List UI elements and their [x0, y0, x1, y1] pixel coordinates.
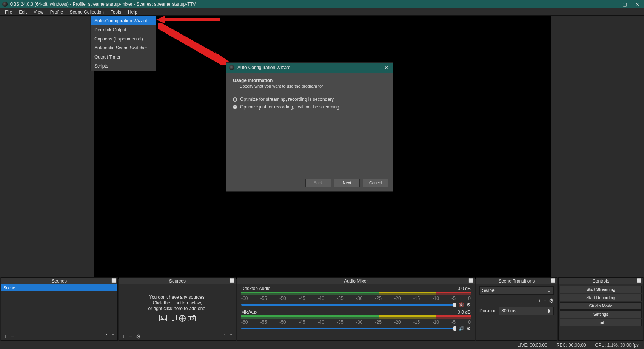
menu-tools[interactable]: Tools: [107, 8, 125, 15]
move-scene-up-button[interactable]: ˄: [105, 334, 109, 340]
popout-icon[interactable]: ⬜: [468, 278, 473, 283]
controls-body: Start Streaming Start Recording Studio M…: [559, 284, 643, 340]
source-type-icons: [159, 315, 196, 322]
dd-auto-scene-switcher[interactable]: Automatic Scene Switcher: [91, 43, 156, 53]
close-button[interactable]: ✕: [635, 2, 639, 7]
dd-captions[interactable]: Captions (Experimental): [91, 34, 156, 43]
controls-header: Controls ⬜: [559, 278, 643, 284]
radio-icon: [233, 97, 237, 102]
transitions-dock: Scene Transitions ⬜ Swipe ⌄ + − ⚙ Durati…: [476, 277, 557, 341]
wizard-title: Auto-Configuration Wizard: [237, 65, 383, 70]
sources-empty-state: You don't have any sources. Click the + …: [119, 284, 236, 332]
add-transition-button[interactable]: +: [538, 298, 541, 304]
scenes-list[interactable]: Scene: [1, 284, 117, 332]
svg-rect-8: [172, 320, 174, 321]
transitions-body: Swipe ⌄ + − ⚙ Duration 300 ms ▲▼: [476, 284, 557, 340]
track-db: 0.0 dB: [458, 286, 471, 291]
mixer-track-desktop: Desktop Audio 0.0 dB -60-55-50-45-40-35-…: [237, 284, 475, 308]
browser-source-icon: [179, 315, 186, 322]
move-source-up-button[interactable]: ˄: [223, 334, 227, 340]
menu-view[interactable]: View: [30, 8, 47, 15]
dock-title: Scene Transitions: [499, 278, 535, 284]
wizard-title-bar[interactable]: Auto-Configuration Wizard ✕: [226, 63, 393, 73]
wizard-option-streaming[interactable]: Optimize for streaming, recording is sec…: [233, 97, 386, 102]
wizard-option-label: Optimize for streaming, recording is sec…: [240, 97, 334, 102]
duration-input[interactable]: 300 ms ▲▼: [499, 307, 554, 315]
wizard-option-label: Optimize just for recording, I will not …: [240, 104, 339, 110]
menu-profile[interactable]: Profile: [47, 8, 66, 15]
svg-point-11: [190, 317, 193, 320]
wizard-option-recording[interactable]: Optimize just for recording, I will not …: [233, 104, 386, 110]
menu-help[interactable]: Help: [125, 8, 141, 15]
mute-button[interactable]: 🔇: [459, 302, 464, 307]
duration-label: Duration: [479, 308, 496, 313]
popout-icon[interactable]: ⬜: [111, 278, 116, 283]
remove-source-button[interactable]: −: [128, 334, 133, 340]
remove-scene-button[interactable]: −: [10, 334, 15, 340]
popout-icon[interactable]: ⬜: [551, 278, 555, 283]
wizard-subtext: Specify what you want to use the program…: [240, 84, 386, 88]
mixer-track-mic: Mic/Aux 0.0 dB -60-55-50-45-40-35-30-25-…: [237, 308, 475, 332]
transition-select[interactable]: Swipe ⌄: [479, 286, 554, 295]
add-source-button[interactable]: +: [122, 334, 126, 340]
menu-edit[interactable]: Edit: [15, 8, 30, 15]
status-cpu: CPU: 1.1%, 30.00 fps: [595, 343, 639, 348]
status-rec: REC: 00:00:00: [556, 343, 586, 348]
volume-slider[interactable]: [241, 304, 456, 306]
move-source-down-button[interactable]: ˅: [229, 334, 233, 340]
spinner-icon[interactable]: ▲▼: [547, 309, 551, 313]
dd-auto-config-wizard[interactable]: Auto-Configuration Wizard: [91, 16, 156, 25]
maximize-button[interactable]: ▢: [622, 2, 627, 7]
window-title: OBS 24.0.3 (64-bit, windows) - Profile: …: [10, 2, 609, 7]
empty-line: Click the + button below,: [153, 300, 202, 306]
dd-output-timer[interactable]: Output Timer: [91, 53, 156, 62]
popout-icon[interactable]: ⬜: [230, 278, 234, 283]
controls-dock: Controls ⬜ Start Streaming Start Recordi…: [558, 277, 643, 341]
duration-value: 300 ms: [501, 308, 516, 313]
track-db: 0.0 dB: [458, 310, 471, 315]
dock-title: Scenes: [52, 278, 67, 284]
mute-button[interactable]: 🔊: [459, 326, 464, 331]
track-settings-button[interactable]: ⚙: [467, 302, 471, 307]
popout-icon[interactable]: ⬜: [637, 278, 641, 283]
track-settings-button[interactable]: ⚙: [467, 326, 471, 331]
move-scene-down-button[interactable]: ˅: [111, 334, 115, 340]
sources-toolbar: + − ⚙ ˄ ˅: [119, 332, 236, 340]
status-bar: LIVE: 00:00:00 REC: 00:00:00 CPU: 1.1%, …: [0, 341, 644, 349]
camera-source-icon: [188, 315, 196, 321]
audio-mixer-dock: Audio Mixer ⬜ Desktop Audio 0.0 dB -60-5…: [237, 277, 475, 341]
sources-list[interactable]: You don't have any sources. Click the + …: [119, 284, 236, 332]
wizard-button-row: Back Next Cancel: [226, 175, 393, 191]
scene-item[interactable]: Scene: [1, 284, 117, 291]
transition-properties-button[interactable]: ⚙: [549, 298, 554, 304]
track-name: Desktop Audio: [241, 286, 270, 291]
image-source-icon: [159, 315, 167, 321]
auto-config-wizard-dialog: Auto-Configuration Wizard ✕ Usage Inform…: [226, 62, 393, 192]
dd-decklink-output[interactable]: Decklink Output: [91, 25, 156, 34]
minimize-button[interactable]: —: [609, 2, 614, 7]
wizard-back-button: Back: [305, 179, 331, 187]
wizard-cancel-button[interactable]: Cancel: [363, 179, 388, 187]
dock-title: Controls: [592, 278, 609, 284]
wizard-next-button[interactable]: Next: [334, 179, 360, 187]
status-live: LIVE: 00:00:00: [517, 343, 547, 348]
source-properties-button[interactable]: ⚙: [135, 334, 142, 340]
window-controls: — ▢ ✕: [609, 2, 639, 7]
studio-mode-button[interactable]: Studio Mode: [560, 302, 642, 310]
scenes-dock: Scenes ⬜ Scene + − ˄ ˅: [1, 277, 118, 341]
exit-button[interactable]: Exit: [560, 319, 642, 326]
start-streaming-button[interactable]: Start Streaming: [560, 286, 642, 293]
volume-slider[interactable]: [241, 328, 456, 329]
remove-transition-button[interactable]: −: [544, 298, 547, 304]
sources-header: Sources ⬜: [119, 278, 236, 284]
start-recording-button[interactable]: Start Recording: [560, 294, 642, 301]
meter-ticks: -60-55-50-45-40-35-30-25-20-15-10-50: [241, 320, 471, 325]
menu-file[interactable]: File: [2, 8, 15, 15]
add-scene-button[interactable]: +: [3, 334, 8, 340]
svg-point-6: [161, 316, 162, 318]
display-source-icon: [169, 315, 177, 321]
settings-button[interactable]: Settings: [560, 310, 642, 318]
dd-scripts[interactable]: Scripts: [91, 62, 156, 71]
menu-scene-collection[interactable]: Scene Collection: [66, 8, 107, 15]
wizard-close-button[interactable]: ✕: [383, 65, 390, 71]
